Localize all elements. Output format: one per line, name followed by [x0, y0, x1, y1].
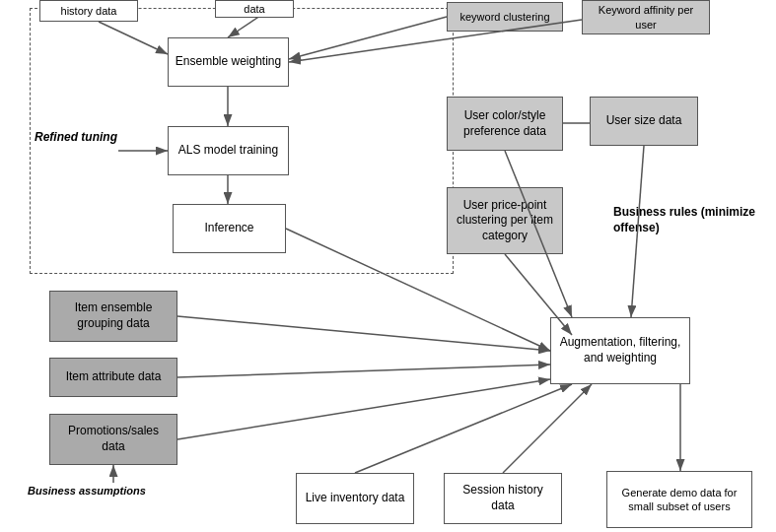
- session-history-node: Session history data: [444, 473, 562, 524]
- history-data-node-partial: history data: [39, 0, 138, 22]
- svg-line-6: [177, 365, 550, 377]
- live-inventory-label: Live inventory data: [306, 491, 405, 506]
- ensemble-weighting-node: Ensemble weighting: [168, 37, 289, 87]
- svg-line-7: [177, 379, 550, 439]
- item-ensemble-label: Item ensemble grouping data: [56, 300, 171, 331]
- user-color-node: User color/style preference data: [447, 97, 563, 151]
- inference-label: Inference: [204, 221, 253, 236]
- keyword-affinity-label: Keyword affinity per user: [589, 3, 703, 32]
- augmentation-label: Augmentation, filtering, and weighting: [557, 335, 683, 366]
- live-inventory-node: Live inventory data: [296, 473, 414, 524]
- inference-node: Inference: [173, 204, 286, 253]
- als-model-node: ALS model training: [168, 126, 289, 175]
- history-data-label: history data: [61, 4, 117, 18]
- svg-line-14: [355, 384, 572, 473]
- item-ensemble-node: Item ensemble grouping data: [49, 291, 177, 342]
- user-color-label: User color/style preference data: [454, 108, 556, 139]
- refined-tuning-label: Refined tuning: [35, 130, 117, 144]
- user-price-node: User price-point clustering per item cat…: [447, 187, 563, 254]
- item-attribute-node: Item attribute data: [49, 358, 177, 397]
- generate-demo-node: Generate demo data for small subset of u…: [606, 471, 752, 528]
- session-history-label: Session history data: [451, 483, 555, 513]
- diagram: Ensemble weighting ALS model training In…: [0, 0, 776, 532]
- als-model-label: ALS model training: [178, 143, 278, 159]
- promotions-sales-label: Promotions/sales data: [56, 424, 171, 454]
- augmentation-node: Augmentation, filtering, and weighting: [550, 317, 690, 384]
- some-data-label: data: [244, 2, 264, 16]
- user-price-label: User price-point clustering per item cat…: [454, 198, 556, 244]
- item-attribute-label: Item attribute data: [66, 369, 162, 385]
- generate-demo-label: Generate demo data for small subset of u…: [613, 486, 745, 514]
- business-assumptions-label: Business assumptions: [28, 485, 156, 497]
- user-size-label: User size data: [606, 113, 682, 129]
- user-size-node: User size data: [590, 97, 698, 146]
- promotions-sales-node: Promotions/sales data: [49, 414, 177, 465]
- some-data-node-partial: data: [215, 0, 294, 18]
- keyword-affinity-node: Keyword affinity per user: [582, 0, 710, 34]
- svg-line-15: [503, 384, 592, 473]
- keyword-clustering-node: keyword clustering: [447, 2, 563, 32]
- svg-line-5: [177, 316, 550, 351]
- ensemble-weighting-label: Ensemble weighting: [176, 54, 281, 70]
- keyword-clustering-label: keyword clustering: [459, 10, 549, 24]
- business-rules-label: Business rules (minimize offense): [613, 205, 756, 235]
